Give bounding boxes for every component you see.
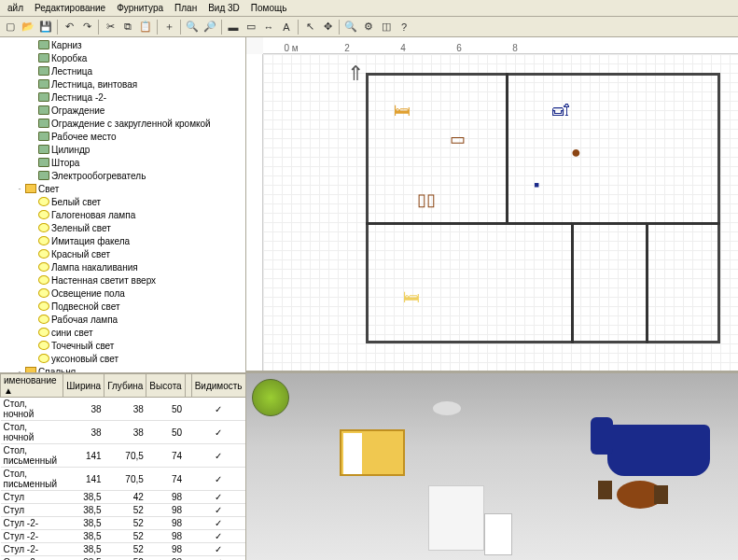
tree-item[interactable]: Карниз xyxy=(1,38,244,51)
table-row[interactable]: Стул38,54298✓ xyxy=(1,491,246,504)
tree-item[interactable]: Подвесной свет xyxy=(1,300,244,313)
plan-2d-view[interactable]: 0 м2468 ⇑ 🛏▭🛋●▯▯🛏▪ xyxy=(246,37,738,373)
wall-interior[interactable] xyxy=(646,222,648,343)
table-row[interactable]: Стул -2-38,55298✓ xyxy=(1,517,246,530)
sofa-3d[interactable] xyxy=(607,425,710,476)
select-button[interactable]: ↖ xyxy=(301,19,318,35)
tree-item[interactable]: Рабочая лампа xyxy=(1,313,244,326)
table-row[interactable]: Стол, ночной383850✓ xyxy=(1,421,246,444)
tree-item[interactable]: Рабочее место xyxy=(1,130,244,143)
tree-item[interactable]: Красный свет xyxy=(1,247,244,260)
wall-button[interactable]: ▬ xyxy=(225,19,242,35)
menu-file[interactable]: айл xyxy=(2,1,29,15)
tree-item[interactable]: Штора xyxy=(1,156,244,169)
wall-interior[interactable] xyxy=(366,222,720,225)
compass-icon: ⇑ xyxy=(347,62,364,86)
table-row[interactable]: Стул38,55298✓ xyxy=(1,504,246,517)
toolbar: ▢📂💾↶↷✂⧉📋＋🔍🔎▬▭↔A↖✥🔍⚙◫? xyxy=(0,17,738,37)
save-button[interactable]: 💾 xyxy=(37,19,54,35)
open-button[interactable]: 📂 xyxy=(20,19,36,35)
nav-compass-3d[interactable] xyxy=(252,379,289,416)
text-button[interactable]: A xyxy=(278,19,295,35)
table-row[interactable]: Стул -2-38,55298✓ xyxy=(1,556,246,561)
zoom-out-button[interactable]: 🔎 xyxy=(202,19,218,35)
tree-item[interactable]: Цилиндр xyxy=(1,143,244,156)
copy-button[interactable]: ⧉ xyxy=(119,19,136,35)
plan-furniture-item[interactable]: 🛋 xyxy=(552,101,569,120)
table-row[interactable]: Стол, письменный14170,574✓ xyxy=(1,468,246,491)
redo-button[interactable]: ↷ xyxy=(78,19,95,35)
3d-button[interactable]: ◫ xyxy=(378,19,395,35)
plan-furniture-item[interactable]: ▪ xyxy=(534,175,539,195)
add-button[interactable]: ＋ xyxy=(160,19,177,35)
cut-button[interactable]: ✂ xyxy=(102,19,118,35)
chair-3d[interactable] xyxy=(654,485,668,504)
plan-furniture-item[interactable]: 🛏 xyxy=(394,101,411,120)
chair-3d[interactable] xyxy=(598,481,612,499)
menu-plan[interactable]: План xyxy=(169,1,202,15)
plan-canvas[interactable]: ⇑ 🛏▭🛋●▯▯🛏▪ xyxy=(263,54,738,371)
tree-item[interactable]: Электрообогреватель xyxy=(1,169,244,182)
furniture-table[interactable]: именование ▲ШиринаГлубинаВысотаВидимость… xyxy=(0,373,245,560)
tree-item[interactable]: Освещение пола xyxy=(1,287,244,300)
wall-interior[interactable] xyxy=(571,222,574,343)
pan-button[interactable]: ✥ xyxy=(319,19,336,35)
tree-item[interactable]: Белый свет xyxy=(1,195,244,208)
room-button[interactable]: ▭ xyxy=(243,19,259,35)
table-row[interactable]: Стул -2-38,55298✓ xyxy=(1,543,246,556)
tree-item[interactable]: Лампа накаливания xyxy=(1,260,244,273)
tree-item[interactable]: Лестница xyxy=(1,64,244,77)
settings-button[interactable]: ⚙ xyxy=(360,19,377,35)
plan-furniture-item[interactable]: ● xyxy=(571,143,581,162)
tree-item[interactable]: Ограждение с закругленной кромкой xyxy=(1,117,244,130)
dimension-button[interactable]: ↔ xyxy=(260,19,277,35)
col-header[interactable]: именование ▲ xyxy=(1,374,63,398)
menubar: айл Редактирование Фурнитура План Вид 3D… xyxy=(0,0,738,17)
wall-interior[interactable] xyxy=(506,73,508,222)
light-3d[interactable] xyxy=(433,401,461,415)
bed-3d[interactable] xyxy=(340,429,405,476)
col-header[interactable]: Видимость xyxy=(191,374,245,398)
table-row[interactable]: Стул -2-38,55298✓ xyxy=(1,530,246,543)
plan-furniture-item[interactable]: ▯▯ xyxy=(417,189,436,210)
new-button[interactable]: ▢ xyxy=(2,19,19,35)
tree-item[interactable]: сини свет xyxy=(1,326,244,339)
menu-edit[interactable]: Редактирование xyxy=(29,1,111,15)
tree-item[interactable]: Галогеновая лампа xyxy=(1,208,244,221)
plan-furniture-item[interactable]: 🛏 xyxy=(403,287,420,307)
plan-furniture-item[interactable]: ▭ xyxy=(450,129,466,149)
col-header[interactable] xyxy=(185,374,191,398)
tree-item[interactable]: уксоновый свет xyxy=(1,352,244,365)
tree-item[interactable]: Лестница, винтовая xyxy=(1,77,244,91)
col-header[interactable]: Глубина xyxy=(104,374,146,398)
tree-item[interactable]: Настенная светит вверх xyxy=(1,273,244,287)
appliance-3d[interactable] xyxy=(484,513,512,555)
wall-3d xyxy=(428,485,484,551)
zoom-in-button[interactable]: 🔍 xyxy=(184,19,201,35)
help-button[interactable]: ? xyxy=(396,19,412,35)
tree-item[interactable]: -Спальня xyxy=(1,365,244,373)
tree-item[interactable]: -Свет xyxy=(1,182,244,195)
furniture-tree[interactable]: КарнизКоробкаЛестницаЛестница, винтоваяЛ… xyxy=(0,37,245,373)
table-row[interactable]: Стол, ночной383850✓ xyxy=(1,398,246,421)
col-header[interactable]: Высота xyxy=(146,374,185,398)
ruler-horizontal: 0 м2468 xyxy=(263,37,738,54)
tree-item[interactable]: Имитация факела xyxy=(1,234,244,247)
menu-help[interactable]: Помощь xyxy=(245,1,293,15)
table-row[interactable]: Стол, письменный14170,574✓ xyxy=(1,444,246,468)
tree-item[interactable]: Ограждение xyxy=(1,104,244,117)
ruler-vertical xyxy=(246,54,263,371)
paste-button[interactable]: 📋 xyxy=(137,19,154,35)
tree-item[interactable]: Лестница -2- xyxy=(1,91,244,104)
view-3d[interactable] xyxy=(246,373,738,560)
col-header[interactable]: Ширина xyxy=(63,374,104,398)
tree-item[interactable]: Точечный свет xyxy=(1,339,244,352)
menu-view3d[interactable]: Вид 3D xyxy=(202,1,245,15)
tree-item[interactable]: Зеленый свет xyxy=(1,221,244,234)
menu-furniture[interactable]: Фурнитура xyxy=(111,1,169,15)
tree-item[interactable]: Коробка xyxy=(1,51,244,64)
search-button[interactable]: 🔍 xyxy=(342,19,359,35)
undo-button[interactable]: ↶ xyxy=(61,19,77,35)
